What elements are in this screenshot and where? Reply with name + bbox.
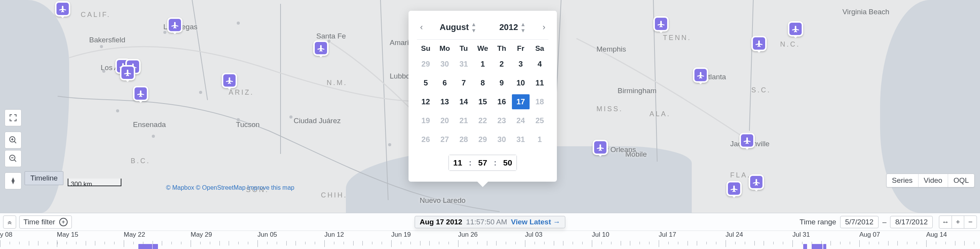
calendar-day[interactable]: 22 [474,113,491,128]
month-selector[interactable]: August ▲▼ [440,21,477,33]
view-video[interactable]: Video [918,174,948,187]
calendar-day[interactable]: 23 [493,113,510,128]
current-time-pill[interactable]: Aug 17 2012 11:57:50 AM View Latest → [415,216,565,228]
range-start-input[interactable]: 5/7/2012 [840,216,879,228]
range-fit-button[interactable]: ↔ [939,216,952,229]
ruler-tick [267,242,267,244]
map-canvas[interactable]: CALIF.ARIZ.N.M.SON.B.C.CHIH.TENN.N.C.S.C… [0,0,980,213]
map-marker[interactable] [120,65,135,80]
calendar-day[interactable]: 6 [436,75,453,90]
map-marker[interactable] [693,67,708,83]
calendar-day[interactable]: 31 [455,57,472,72]
calendar-day[interactable]: 21 [455,113,472,128]
calendar-day[interactable]: 11 [531,75,548,90]
hour-input[interactable] [449,155,467,170]
second-input[interactable] [499,155,517,170]
ruler-tick [926,240,927,247]
ruler-date: Jul 31 [792,231,810,239]
calendar-day[interactable]: 12 [417,94,434,109]
map-attribution[interactable]: © Mapbox © OpenStreetMap Improve this ma… [166,184,294,191]
calendar-day[interactable]: 1 [531,132,548,147]
calendar-day[interactable]: 19 [417,113,434,128]
map-marker[interactable] [222,73,237,88]
map-marker[interactable] [751,36,767,51]
collapse-button[interactable] [3,216,16,229]
calendar-day[interactable]: 30 [436,57,453,72]
view-oql[interactable]: OQL [948,174,974,187]
next-month-button[interactable]: › [540,21,548,34]
calendar-day[interactable]: 16 [493,94,510,109]
calendar-day[interactable]: 3 [512,57,529,72]
minute-input[interactable] [474,155,492,170]
zoom-in-button[interactable] [5,132,22,149]
map-marker[interactable] [167,17,183,33]
compass-button[interactable] [5,172,22,189]
calendar-day[interactable]: 25 [531,113,548,128]
calendar-day[interactable]: 28 [455,132,472,147]
calendar-day[interactable]: 24 [512,113,529,128]
prev-month-button[interactable]: ‹ [417,21,426,34]
range-expand-button[interactable]: + [952,216,965,229]
ruler-date: Jun 26 [458,231,478,239]
timeline-event[interactable] [803,244,807,249]
ruler-tick [105,242,105,244]
calendar-day[interactable]: 2 [493,57,510,72]
timeline-event[interactable] [823,244,826,249]
zoom-out-button[interactable] [5,150,22,167]
map-marker[interactable] [55,1,70,17]
calendar-day[interactable]: 31 [512,132,529,147]
ruler-tick [10,242,10,244]
view-series[interactable]: Series [887,174,918,187]
map-marker[interactable] [749,174,764,190]
calendar-day[interactable]: 17 [512,94,529,109]
year-label: 2012 [499,22,518,32]
year-selector[interactable]: 2012 ▲▼ [499,21,526,33]
ruler-date: Jul 24 [726,231,743,239]
timeline-event[interactable] [138,244,152,249]
ruler-tick [191,240,191,247]
map-marker[interactable] [739,133,755,148]
calendar-day[interactable]: 18 [531,94,548,109]
fullscreen-button[interactable] [5,109,22,126]
calendar-day[interactable]: 20 [436,113,453,128]
range-end-input[interactable]: 8/17/2012 [890,216,933,228]
calendar-day[interactable]: 4 [531,57,548,72]
map-label: ALA. [649,110,671,118]
calendar-day[interactable]: 8 [474,75,491,90]
ruler-tick [133,242,134,244]
calendar-day[interactable]: 30 [493,132,510,147]
calendar-day[interactable]: 29 [474,132,491,147]
current-time: 11:57:50 AM [466,218,507,226]
calendar-day[interactable]: 1 [474,57,491,72]
city-dot [388,143,391,146]
timeline-toggle[interactable]: Timeline [25,171,63,185]
calendar-day[interactable]: 9 [493,75,510,90]
view-latest-link[interactable]: View Latest → [511,218,560,226]
calendar-day[interactable]: 26 [417,132,434,147]
range-shrink-button[interactable]: − [964,216,977,229]
map-marker[interactable] [726,181,742,196]
ruler-tick [859,240,860,247]
calendar-day[interactable]: 14 [455,94,472,109]
calendar-day[interactable]: 7 [455,75,472,90]
city-dot [102,70,105,73]
calendar-day[interactable]: 13 [436,94,453,109]
calendar-day[interactable]: 29 [417,57,434,72]
timeline-ruler[interactable]: y 08May 15May 22May 29Jun 05Jun 12Jun 19… [0,231,980,249]
calendar-day[interactable]: 15 [474,94,491,109]
calendar-day[interactable]: 27 [436,132,453,147]
ruler-tick [936,242,936,244]
view-mode-chips: Series Video OQL [886,174,975,187]
ruler-tick [754,241,755,246]
map-marker[interactable] [788,21,803,37]
map-marker[interactable] [133,86,148,101]
timeline-event[interactable] [153,244,158,249]
map-marker[interactable] [593,140,608,155]
map-marker[interactable] [313,40,329,56]
time-filter-button[interactable]: Time filter + [19,216,72,229]
calendar-day[interactable]: 10 [512,75,529,90]
timeline-event[interactable] [812,244,822,249]
ruler-tick [38,241,38,246]
map-marker[interactable] [653,16,669,32]
calendar-day[interactable]: 5 [417,75,434,90]
